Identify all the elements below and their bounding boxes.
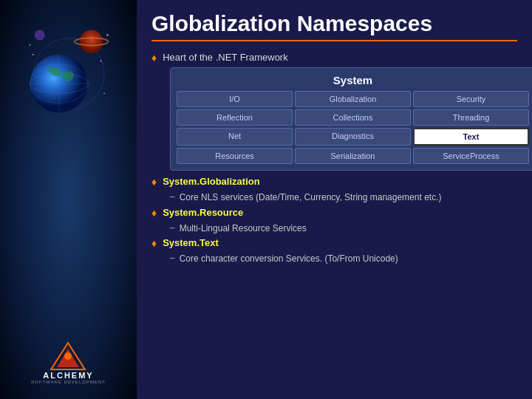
bullet-1: ♦ Heart of the .NET Framework [151,51,517,64]
sub-dash-2: – [170,191,175,202]
main-content: Globalization Namespaces ♦ Heart of the … [137,0,532,399]
bullet-3: ♦ System.Resource [151,206,517,219]
ns-serviceprocess: ServiceProcess [413,148,529,164]
page-title: Globalization Namespaces [151,11,517,41]
svg-point-10 [100,61,101,62]
ns-reflection: Reflection [177,109,293,126]
system-title: System [177,74,529,86]
bullet-3-label: System.Resource [163,206,243,219]
bullet-2-sub: – Core NLS services (Date/Time, Currency… [170,191,517,203]
svg-point-12 [29,44,30,46]
sidebar-logo: ALCHEMY SOFTWARE DEVELOPMENT [31,341,106,384]
logo-name: ALCHEMY [43,371,93,380]
bullet-4-label: System.Text [163,236,219,250]
sub-dash-3: – [170,222,175,233]
bullet-2-sub-text: Core NLS services (Date/Time, Currency, … [180,191,442,203]
sidebar: ALCHEMY SOFTWARE DEVELOPMENT [0,0,137,399]
ns-io: I/O [177,91,293,107]
ns-globalization: Globalization [295,91,411,107]
globe-illustration [17,22,120,126]
ns-resources: Resources [177,148,293,164]
ns-serialization: Serialization [295,148,411,164]
ns-security: Security [413,91,529,107]
svg-point-11 [106,34,109,36]
ns-collections: Collections [295,109,411,126]
namespace-grid: I/O Globalization Security Reflection Co… [177,91,529,164]
system-namespace-table: System I/O Globalization Security Reflec… [170,67,532,171]
bullet-3-sub-text: Multi-Lingual Resource Services [180,222,307,234]
alchemy-logo-icon [50,341,86,371]
bullet-4: ♦ System.Text [151,236,517,250]
svg-point-6 [79,30,103,54]
ns-threading: Threading [413,109,529,126]
bullet-icon-1: ♦ [151,52,157,64]
bullet-3-sub: – Multi-Lingual Resource Services [170,222,517,234]
svg-point-13 [103,92,105,94]
bullet-2-label: System.Globalization [163,175,259,188]
bullet-2: ♦ System.Globalization [151,175,517,188]
ns-net: Net [177,128,293,146]
logo-sub: SOFTWARE DEVELOPMENT [31,380,106,384]
bullet-icon-4: ♦ [151,237,157,249]
content-section: ♦ Heart of the .NET Framework System I/O… [151,51,517,267]
bullet-4-sub: – Core character conversion Services. (T… [170,253,517,265]
ns-diagnostics: Diagnostics [295,128,411,146]
ns-text: Text [413,128,529,146]
bullet-icon-2: ♦ [151,176,157,188]
bullet-1-text: Heart of the .NET Framework [163,51,288,64]
bullet-4-sub-text: Core character conversion Services. (To/… [180,253,398,265]
svg-point-9 [33,54,34,55]
bullet-icon-3: ♦ [151,207,157,219]
sub-dash-4: – [170,253,175,263]
svg-point-16 [64,352,72,360]
svg-point-8 [34,30,44,41]
